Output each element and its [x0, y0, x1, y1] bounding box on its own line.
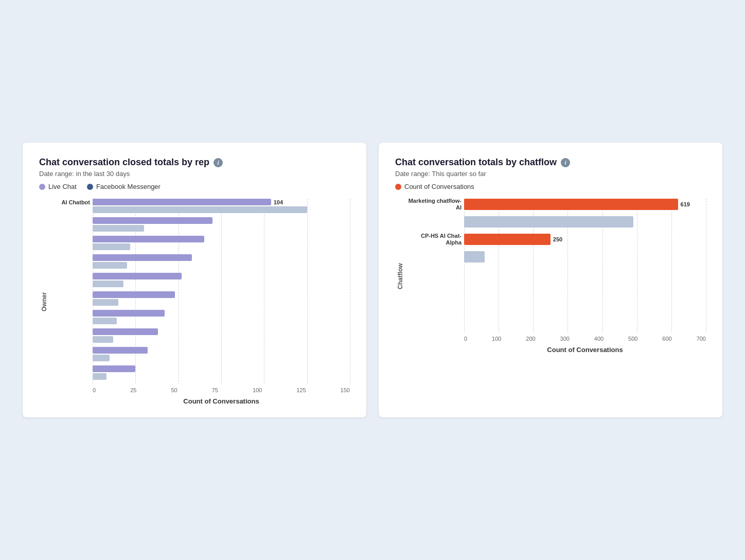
right-bar-value: 250 — [553, 236, 562, 242]
bar-row-facebook — [93, 262, 350, 269]
left-x-axis: 0255075100125150 — [93, 387, 350, 393]
right-bar-group: CP-HS AI Chat-Alpha250 — [464, 234, 706, 245]
bar-group — [93, 236, 350, 250]
right-bar-row: Marketing chatflow-AI619 — [464, 199, 706, 210]
right-bars-container: Marketing chatflow-AI619CP-HS AI Chat-Al… — [407, 199, 706, 332]
bar-group — [93, 291, 350, 306]
right-x-tick: 700 — [697, 336, 706, 342]
bar-row — [93, 217, 350, 224]
bar-group — [93, 347, 350, 361]
bar-row-facebook — [93, 336, 350, 343]
x-tick: 100 — [253, 387, 262, 393]
right-chart-inner: Marketing chatflow-AI619CP-HS AI Chat-Al… — [407, 199, 706, 354]
x-tick: 125 — [296, 387, 306, 393]
bar-group — [93, 328, 350, 343]
bar-row-facebook — [93, 243, 350, 250]
right-x-tick: 500 — [628, 336, 637, 342]
left-chart-title: Chat conversation closed totals by rep i — [39, 157, 350, 168]
facebook-bar — [93, 318, 117, 324]
live-chat-bar — [93, 217, 212, 224]
facebook-bar — [93, 373, 107, 380]
legend-dot — [87, 184, 93, 190]
x-tick: 50 — [171, 387, 177, 393]
bar-row — [93, 273, 350, 279]
right-bar-row — [464, 216, 706, 227]
live-chat-bar — [93, 347, 148, 354]
bar-row-facebook — [93, 355, 350, 361]
left-chart-card: Chat conversation closed totals by rep i… — [23, 143, 366, 417]
x-tick: 75 — [212, 387, 218, 393]
left-x-axis-title: Count of Conversations — [51, 397, 350, 405]
facebook-bar — [93, 225, 144, 232]
left-date-range: Date range: in the last 30 days — [39, 170, 350, 178]
x-tick: 25 — [130, 387, 136, 393]
legend-dot — [39, 184, 45, 190]
live-chat-bar — [93, 199, 271, 205]
live-chat-bar — [93, 273, 182, 279]
right-x-axis: 0100200300400500600700 — [464, 336, 706, 342]
bar-row — [93, 291, 350, 298]
bar-row: AI Chatbot104 — [93, 199, 350, 205]
right-bar-value: 619 — [681, 201, 690, 207]
live-chat-bar — [93, 310, 165, 317]
gray-bar — [464, 216, 633, 227]
right-chart-title: Chat conversation totals by chatflow i — [395, 157, 706, 168]
bar-row — [93, 328, 350, 335]
right-y-axis-label: Chatflow — [395, 199, 405, 354]
right-x-tick: 300 — [560, 336, 570, 342]
right-title-text: Chat conversation totals by chatflow — [395, 157, 557, 168]
left-info-icon[interactable]: i — [214, 158, 223, 167]
legend-item: Count of Conversations — [395, 183, 474, 190]
bar-row-facebook — [93, 281, 350, 287]
live-chat-bar — [93, 254, 192, 261]
facebook-bar — [93, 336, 113, 343]
gray-bar — [464, 251, 485, 262]
left-chart-area: Owner AI Chatbot104 0255075100125150 Cou… — [39, 199, 350, 405]
right-bar-label: CP-HS AI Chat-Alpha — [407, 233, 462, 246]
right-legend: Count of Conversations — [395, 183, 706, 190]
facebook-bar — [93, 355, 110, 361]
legend-item: Live Chat — [39, 183, 77, 190]
bar-row — [93, 347, 350, 354]
bar-row-facebook — [93, 206, 350, 213]
facebook-bar — [93, 262, 127, 269]
bar-group — [93, 365, 350, 380]
right-bar-row: CP-HS AI Chat-Alpha250 — [464, 234, 706, 245]
legend-label: Live Chat — [48, 183, 77, 190]
legend-item: Facebook Messenger — [87, 183, 161, 190]
bar-group: AI Chatbot104 — [93, 199, 350, 213]
live-chat-bar — [93, 236, 204, 242]
right-bar-group — [464, 216, 706, 227]
x-tick: 0 — [93, 387, 96, 393]
bar-label: AI Chatbot — [51, 199, 90, 205]
right-x-tick: 600 — [662, 336, 671, 342]
right-bar-group: Marketing chatflow-AI619 — [464, 199, 706, 210]
bar-group — [93, 273, 350, 287]
right-x-tick: 400 — [594, 336, 604, 342]
right-bar-group — [464, 251, 706, 262]
bar-value: 104 — [274, 199, 283, 205]
right-x-tick: 0 — [464, 336, 467, 342]
right-x-tick: 200 — [526, 336, 535, 342]
bar-group — [93, 217, 350, 232]
bar-row — [93, 365, 350, 372]
right-date-range: Date range: This quarter so far — [395, 170, 706, 178]
bar-row-facebook — [93, 318, 350, 324]
bar-group — [93, 254, 350, 269]
facebook-bar — [93, 243, 130, 250]
orange-bar — [464, 199, 678, 210]
right-info-icon[interactable]: i — [561, 158, 570, 167]
bar-row-facebook — [93, 299, 350, 306]
facebook-bar — [93, 281, 123, 287]
bar-row-facebook — [93, 373, 350, 380]
left-chart-inner: AI Chatbot104 0255075100125150 Count of … — [51, 199, 350, 405]
live-chat-bar — [93, 328, 158, 335]
right-bar-label: Marketing chatflow-AI — [407, 198, 462, 211]
right-chart-card: Chat conversation totals by chatflow i D… — [379, 143, 722, 417]
bar-row-facebook — [93, 225, 350, 232]
left-legend: Live ChatFacebook Messenger — [39, 183, 350, 190]
bar-row — [93, 310, 350, 317]
x-tick: 150 — [341, 387, 350, 393]
dashboard: Chat conversation closed totals by rep i… — [23, 143, 722, 417]
facebook-bar — [93, 206, 307, 213]
